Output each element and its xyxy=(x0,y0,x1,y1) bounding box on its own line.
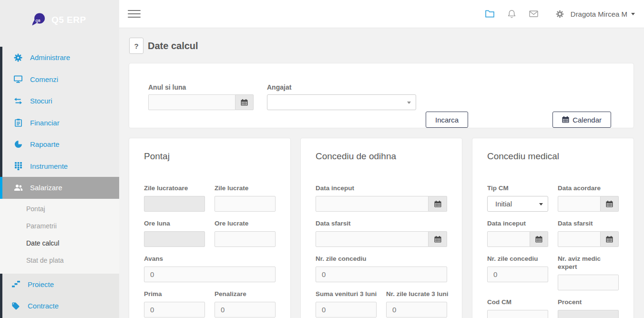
nr-zile-concediu-input[interactable] xyxy=(316,267,447,282)
calendar-button[interactable]: Calendar xyxy=(552,112,611,128)
sidebar-item-label: Instrumente xyxy=(30,162,68,170)
swap-arrows-icon xyxy=(13,97,23,105)
incarca-button[interactable]: Incarca xyxy=(426,112,468,128)
data-acordare-label: Data acordare xyxy=(558,184,619,192)
chevron-down-icon xyxy=(631,13,635,15)
data-acordare-input[interactable] xyxy=(558,196,601,212)
submenu-item-label: Pontaj xyxy=(26,205,45,213)
folder-icon[interactable] xyxy=(485,10,494,18)
calendar-picker-button[interactable] xyxy=(601,196,619,212)
submenu-item-stat-de-plata[interactable]: Stat de plata xyxy=(0,252,119,269)
zile-lucrate-label: Zile lucrate xyxy=(215,184,276,192)
sidebar-item-administrare[interactable]: Administrare xyxy=(0,47,119,69)
nr-aviz-medic-expert-input[interactable] xyxy=(558,275,619,290)
nr-zile-concediu-label: Nr. zile concediu xyxy=(316,255,447,263)
calendar-picker-button[interactable] xyxy=(429,231,447,247)
tip-cm-label: Tip CM xyxy=(487,184,548,192)
sidebar-item-financiar[interactable]: Financiar xyxy=(0,112,119,134)
topbar: Dragota Mircea M xyxy=(119,0,644,28)
zile-lucratoare-label: Zile lucratoare xyxy=(144,184,205,192)
sidebar-item-comenzi[interactable]: Comenzi xyxy=(0,69,119,91)
user-name: Dragota Mircea M xyxy=(571,10,627,18)
settings-gear-icon[interactable] xyxy=(556,10,564,18)
calendar-icon xyxy=(241,99,248,106)
angajat-select[interactable] xyxy=(267,94,416,110)
tip-cm-select[interactable]: Initial xyxy=(487,196,548,212)
nr-zile-concediu-label: Nr. zile concediu xyxy=(487,255,548,263)
calendar-button-label: Calendar xyxy=(572,116,602,124)
chevron-down-icon xyxy=(539,203,543,205)
calendar-picker-button[interactable] xyxy=(530,231,548,247)
ore-luna-input xyxy=(144,231,205,247)
ore-lucrate-label: Ore lucrate xyxy=(215,219,276,227)
submenu-item-label: Stat de plata xyxy=(26,256,64,264)
help-button[interactable]: ? xyxy=(129,38,143,54)
procent-label: Procent xyxy=(558,298,619,306)
data-inceput-label: Data inceput xyxy=(316,184,447,192)
ore-lucrate-input[interactable] xyxy=(215,231,276,247)
sidebar-item-stocuri[interactable]: Stocuri xyxy=(0,90,119,112)
ore-luna-label: Ore luna xyxy=(144,219,205,227)
sidebar-item-label: Rapoarte xyxy=(30,140,60,148)
hamburger-menu-icon[interactable] xyxy=(128,8,141,20)
submenu-item-label: Date calcul xyxy=(26,239,59,247)
calendar-icon xyxy=(535,236,542,243)
calendar-icon xyxy=(606,201,613,207)
penalizare-input[interactable] xyxy=(215,302,276,318)
monitor-icon xyxy=(13,75,23,83)
nr-zile-lucrate-3-luni-label: Nr. zile lucrate 3 luni xyxy=(386,290,447,298)
sidebar-item-label: Comenzi xyxy=(30,75,58,83)
concediu-medical-card: Concediu medical Tip CM Initial Data aco… xyxy=(472,138,634,318)
anul-si-luna-input[interactable] xyxy=(148,94,235,110)
data-sfarsit-input[interactable] xyxy=(558,231,601,247)
submenu-item-label: Parametrii xyxy=(26,222,57,230)
data-inceput-input[interactable] xyxy=(316,196,429,212)
prima-input[interactable] xyxy=(144,302,205,318)
sidebar-item-rapoarte[interactable]: Rapoarte xyxy=(0,133,119,155)
svg-text:Q5: Q5 xyxy=(36,19,41,23)
tip-cm-value: Initial xyxy=(495,200,512,208)
user-menu[interactable]: Dragota Mircea M xyxy=(571,10,635,18)
avans-input[interactable] xyxy=(144,267,276,282)
sidebar-item-instrumente[interactable]: Instrumente xyxy=(0,155,119,177)
sidebar-item-label: Stocuri xyxy=(30,97,52,105)
bell-icon[interactable] xyxy=(508,10,516,19)
calendar-picker-button[interactable] xyxy=(429,196,447,212)
zile-lucrate-input[interactable] xyxy=(215,196,276,212)
data-sfarsit-input[interactable] xyxy=(316,231,429,247)
sidebar-item-label: Financiar xyxy=(30,119,60,127)
pie-chart-icon xyxy=(13,140,23,148)
app-title: Q5 ERP xyxy=(51,15,86,25)
data-inceput-input[interactable] xyxy=(487,231,530,247)
anul-si-luna-label: Anul si luna xyxy=(148,84,254,91)
procent-input xyxy=(558,310,619,318)
filter-card: Anul si luna Angajat In xyxy=(129,63,634,128)
calendar-icon xyxy=(434,201,441,207)
envelope-icon[interactable] xyxy=(529,10,538,17)
cod-cm-input[interactable] xyxy=(487,310,548,318)
calendar-picker-button[interactable] xyxy=(235,94,254,110)
data-sfarsit-label: Data sfarsit xyxy=(316,219,447,227)
people-icon xyxy=(13,184,23,191)
nr-zile-concediu-input[interactable] xyxy=(487,267,548,282)
sidebar-item-salarizare[interactable]: Salarizare xyxy=(0,177,119,199)
stairs-icon xyxy=(11,281,20,287)
sidebar-item-proiecte[interactable]: Proiecte xyxy=(2,274,119,296)
suma-venituri-input[interactable] xyxy=(316,302,377,318)
sidebar-item-label: Proiecte xyxy=(28,280,54,288)
nr-zile-lucrate-3-luni-input[interactable] xyxy=(386,302,447,318)
submenu-item-pontaj[interactable]: Pontaj xyxy=(0,200,119,217)
clipboard-icon xyxy=(13,119,23,127)
submenu-item-parametrii[interactable]: Parametrii xyxy=(0,217,119,235)
incarca-button-label: Incarca xyxy=(435,116,459,124)
pontaj-title: Pontaj xyxy=(144,151,276,162)
sidebar-item-contracte[interactable]: Contracte xyxy=(2,295,119,317)
chevron-down-icon xyxy=(407,102,411,104)
cod-cm-label: Cod CM xyxy=(487,298,548,306)
sidebar-item-label: Administrare xyxy=(30,53,70,62)
q5-logo-icon: Q5 xyxy=(31,11,48,29)
calendar-picker-button[interactable] xyxy=(601,231,619,247)
submenu-item-date-calcul[interactable]: Date calcul xyxy=(0,235,119,252)
calendar-icon xyxy=(606,236,613,243)
angajat-label: Angajat xyxy=(267,84,416,91)
